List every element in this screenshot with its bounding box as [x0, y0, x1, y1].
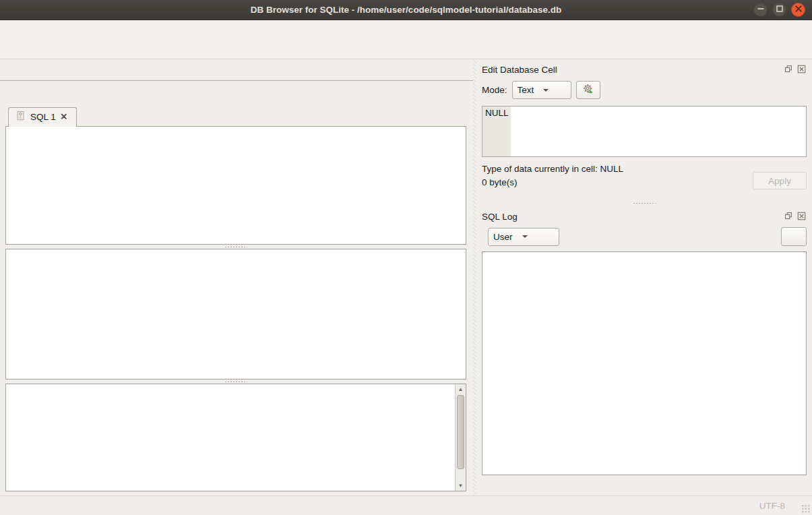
window-controls: [753, 3, 805, 17]
chevron-down-icon: [543, 89, 549, 94]
maximize-button[interactable]: [772, 3, 786, 17]
gear-execute-icon: [582, 83, 594, 97]
clear-log-button[interactable]: [781, 227, 807, 246]
sql-log-view[interactable]: [482, 251, 807, 475]
cell-size-text: 0 byte(s): [482, 177, 623, 187]
sql-log-title: SQL Log: [482, 212, 518, 222]
document-icon: [15, 111, 26, 123]
auto-apply-button[interactable]: [576, 81, 600, 99]
close-tab-icon[interactable]: [60, 113, 69, 122]
log-filter-combobox[interactable]: User: [488, 228, 559, 246]
scrollbar-thumb[interactable]: [457, 395, 464, 469]
window-title: DB Browser for SQLite - /home/user/code/…: [251, 5, 561, 15]
edit-cell-controls: Mode: Text: [482, 78, 807, 102]
close-dock-icon[interactable]: [797, 212, 807, 222]
apply-button[interactable]: Apply: [753, 172, 807, 189]
right-pane: Edit Database Cell Mode: Text NULL Type: [476, 59, 812, 495]
menubar: [0, 20, 812, 36]
titlebar[interactable]: DB Browser for SQLite - /home/user/code/…: [0, 0, 812, 20]
cell-value-area[interactable]: [511, 107, 806, 156]
sql-file-tab-label: SQL 1: [30, 112, 56, 122]
statusbar: UTF-8: [0, 495, 812, 515]
dock-splitter[interactable]: [482, 200, 807, 206]
execution-message-text[interactable]: [6, 384, 455, 491]
main-area: SQL 1 ▲ ▼ Edit Database Cell: [0, 59, 812, 495]
message-scrollbar[interactable]: ▲ ▼: [455, 384, 466, 491]
results-grid[interactable]: [5, 249, 466, 380]
execution-message-box: ▲ ▼: [5, 384, 466, 491]
cell-type-text: Type of data currently in cell: NULL: [482, 164, 623, 174]
sql-file-tabbar: SQL 1: [5, 107, 466, 126]
execute-sql-page: SQL 1 ▲ ▼: [0, 81, 473, 495]
editor-results-splitter[interactable]: [5, 245, 466, 249]
sql-editor[interactable]: [5, 126, 466, 245]
scroll-up-icon[interactable]: ▲: [456, 384, 466, 394]
cell-value-text: NULL: [482, 107, 511, 156]
close-button[interactable]: [791, 3, 805, 17]
bottom-tabbar: [482, 475, 807, 495]
encoding-indicator[interactable]: UTF-8: [759, 501, 785, 511]
cell-info-row: Type of data currently in cell: NULL 0 b…: [482, 162, 807, 200]
resize-grip[interactable]: [801, 504, 810, 513]
close-dock-icon[interactable]: [797, 65, 807, 75]
log-filter-value: User: [493, 232, 513, 242]
cell-value-editor[interactable]: NULL: [482, 106, 807, 157]
sql-log-dock-title: SQL Log: [482, 208, 807, 224]
edit-cell-dock-title: Edit Database Cell: [482, 61, 807, 78]
float-dock-icon[interactable]: [784, 212, 794, 222]
edit-cell-title: Edit Database Cell: [482, 65, 557, 75]
maximize-icon: [774, 3, 786, 17]
mode-label: Mode:: [482, 85, 507, 95]
main-toolbar: [0, 36, 812, 59]
results-message-splitter[interactable]: [5, 380, 466, 384]
sql-editor-toolbar: [5, 84, 466, 107]
sql-file-tab[interactable]: SQL 1: [8, 107, 77, 127]
mode-value: Text: [518, 85, 534, 95]
left-pane: SQL 1 ▲ ▼: [0, 59, 473, 495]
minimize-button[interactable]: [753, 3, 768, 17]
scrollbar-track[interactable]: [456, 394, 466, 481]
chevron-down-icon: [522, 235, 528, 241]
main-tabbar: [0, 59, 473, 81]
mode-combobox[interactable]: Text: [512, 81, 571, 99]
float-dock-icon[interactable]: [784, 65, 794, 75]
sql-log-controls: User: [482, 224, 807, 251]
minimize-icon: [755, 3, 767, 17]
scroll-down-icon[interactable]: ▼: [456, 481, 466, 491]
close-icon: [792, 3, 805, 17]
